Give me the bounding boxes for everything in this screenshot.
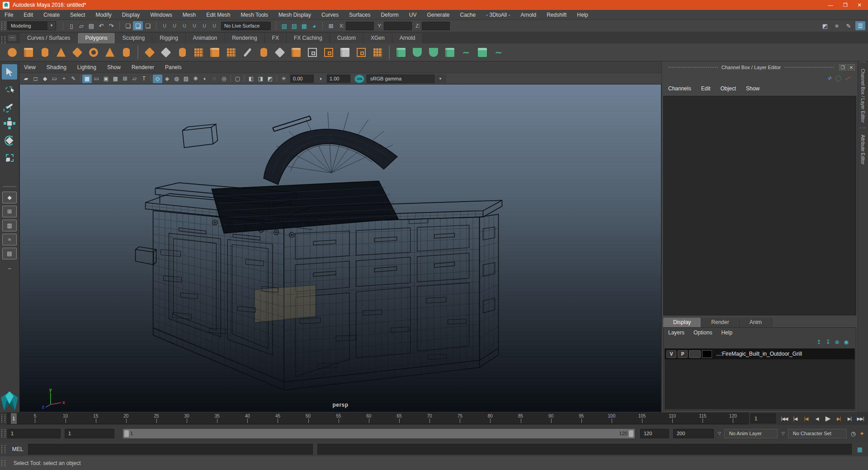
live-surface-field[interactable]: No Live Surface xyxy=(221,22,271,30)
drag-handle-dots[interactable] xyxy=(668,67,718,68)
shelf-tab-rendering[interactable]: Rendering xyxy=(225,33,264,43)
go-to-start-button[interactable]: |◀◀ xyxy=(779,414,789,423)
resolution-gate-icon[interactable]: ▣ xyxy=(101,75,111,83)
target-weld-icon[interactable] xyxy=(371,46,384,59)
shadows-icon[interactable]: ◐ xyxy=(200,75,210,83)
layer-display-type-swatch[interactable] xyxy=(689,350,701,358)
poly-plane-icon[interactable] xyxy=(71,46,84,59)
menu-mesh-display[interactable]: Mesh Display xyxy=(278,12,311,18)
shelf-tab-curves-surfaces[interactable]: Curves / Surfaces xyxy=(20,33,78,43)
camera-bookmark-icon[interactable]: ◆ xyxy=(40,75,50,83)
range-slider-grip[interactable] xyxy=(1,429,5,437)
step-back-frame-button[interactable]: |◀ xyxy=(790,414,800,423)
side-tab-channel-box-layer-editor[interactable]: Channel Box / Layer Editor xyxy=(860,61,865,127)
combine-icon[interactable] xyxy=(143,46,156,59)
hypershade-persp-layout-button[interactable]: ▤ xyxy=(2,248,17,259)
poly-cylinder-icon[interactable] xyxy=(38,46,52,59)
layer-list[interactable]: VP...:FireMagic_Built_in_Outdoor_Grill xyxy=(665,348,855,409)
view-transform-select[interactable]: sRGB gamma xyxy=(367,75,434,83)
panel-menu-show[interactable]: Show xyxy=(107,64,121,70)
move-layer-up-icon[interactable]: ↥ xyxy=(816,339,821,345)
shelf-grip[interactable] xyxy=(1,36,5,43)
status-line-grip[interactable] xyxy=(1,22,5,30)
menu-cache[interactable]: Cache xyxy=(460,12,476,18)
persp-graph-layout-button[interactable]: ≈ xyxy=(2,234,17,245)
grid-icon[interactable]: ▦ xyxy=(82,75,92,83)
command-language-label[interactable]: MEL xyxy=(7,446,28,452)
save-scene-icon[interactable]: ▤ xyxy=(86,21,96,30)
playback-start-field[interactable]: 1 xyxy=(65,429,114,438)
go-to-end-button[interactable]: ▶▶| xyxy=(855,414,865,423)
menu-edit[interactable]: Edit xyxy=(24,12,33,18)
menu-surfaces[interactable]: Surfaces xyxy=(349,12,370,18)
shaded-icon[interactable]: ◈ xyxy=(162,75,172,83)
menu-arnold[interactable]: Arnold xyxy=(521,12,537,18)
manipulator-axis-icon[interactable] xyxy=(825,75,832,81)
time-slider-ruler[interactable]: 5101520253035404550556065707580859095100… xyxy=(7,413,749,424)
channel-menu-channels[interactable]: Channels xyxy=(668,85,691,92)
menu-windows[interactable]: Windows xyxy=(150,12,172,18)
layer-playback-toggle[interactable]: P xyxy=(678,350,688,358)
panel-header[interactable]: Channel Box / Layer Editor ❐ ✕ xyxy=(662,61,858,73)
layer-menu-options[interactable]: Options xyxy=(693,329,712,336)
drag-handle-dots[interactable] xyxy=(784,67,834,68)
play-backwards-button[interactable]: ◀ xyxy=(812,414,822,423)
motion-blur-icon[interactable]: ◎ xyxy=(219,75,229,83)
render-current-frame-icon[interactable]: ▧ xyxy=(279,21,289,30)
layer-row[interactable]: VP...:FireMagic_Built_in_Outdoor_Grill xyxy=(665,348,855,359)
menu-file[interactable]: File xyxy=(5,12,13,18)
move-tool-button[interactable] xyxy=(2,116,17,131)
auto-keyframe-icon[interactable]: ✦ xyxy=(859,430,864,437)
move-layer-down-icon[interactable]: ↧ xyxy=(826,339,830,345)
tool-settings-icon[interactable]: ✎ xyxy=(844,21,854,30)
anim-layer-select[interactable]: No Anim Layer xyxy=(724,429,778,438)
shelf-collapse-button[interactable]: — xyxy=(8,35,16,41)
shelf-tab-custom[interactable]: Custom xyxy=(330,33,363,43)
layer-color-swatch[interactable] xyxy=(702,350,712,358)
select-tool-button[interactable] xyxy=(2,64,17,80)
smooth-icon[interactable] xyxy=(192,46,205,59)
extrude-icon[interactable] xyxy=(257,46,270,59)
range-start-handle[interactable] xyxy=(124,430,129,437)
animation-end-field[interactable]: 200 xyxy=(673,429,714,438)
anim-layer-dropdown-icon[interactable]: ▽ xyxy=(718,431,721,436)
panel-menu-renderer[interactable]: Renderer xyxy=(132,64,154,70)
film-gate-icon[interactable]: ▭ xyxy=(92,75,101,83)
multi-cut-icon[interactable] xyxy=(354,46,368,59)
ipr-render-icon[interactable]: ▨ xyxy=(289,21,299,30)
gate-mask-icon[interactable]: ▩ xyxy=(111,75,120,83)
menu-set-selector[interactable]: Modeling ▼ xyxy=(7,21,56,30)
shelf-tab-rigging[interactable]: Rigging xyxy=(152,33,186,43)
menu--3dtoall-[interactable]: - 3DtoAll - xyxy=(486,12,510,18)
open-scene-icon[interactable]: ▱ xyxy=(76,21,86,30)
image-plane-icon[interactable]: ▭ xyxy=(50,75,59,83)
edge-flow-icon[interactable] xyxy=(306,46,319,59)
z-coordinate-input[interactable] xyxy=(422,22,450,30)
poly-sphere-icon[interactable] xyxy=(5,46,19,59)
shelf-tab-arnold[interactable]: Arnold xyxy=(392,33,423,43)
menu-curves[interactable]: Curves xyxy=(321,12,339,18)
float-panel-icon[interactable]: ❐ xyxy=(839,64,846,70)
attribute-editor-icon[interactable]: ≡ xyxy=(832,21,842,30)
menu-create[interactable]: Create xyxy=(43,12,60,18)
command-input[interactable] xyxy=(28,444,313,455)
panel-menu-lighting[interactable]: Lighting xyxy=(77,64,96,70)
uv-editor-icon[interactable] xyxy=(476,46,489,59)
shelf-tab-xgen[interactable]: XGen xyxy=(363,33,392,43)
select-object-icon[interactable]: ❏ xyxy=(133,21,143,30)
menu-edit-mesh[interactable]: Edit Mesh xyxy=(206,12,230,18)
smooth-mesh-preview-icon[interactable] xyxy=(273,46,287,59)
paint-select-tool-button[interactable] xyxy=(2,99,17,114)
menu-select[interactable]: Select xyxy=(70,12,85,18)
hyperbolic-ramp-icon[interactable] xyxy=(845,76,851,80)
make-live-icon[interactable]: ⊂ xyxy=(210,21,219,31)
exposure-field[interactable]: 0.00 xyxy=(290,75,314,83)
grease-pencil-icon[interactable]: ✎ xyxy=(69,75,78,83)
speed-control-icon[interactable] xyxy=(835,75,841,81)
safe-action-icon[interactable]: ▱ xyxy=(130,75,139,83)
character-set-dropdown-icon[interactable]: ▽ xyxy=(782,431,785,436)
command-result-field[interactable] xyxy=(317,444,852,455)
reduce-icon[interactable] xyxy=(224,46,238,59)
channel-menu-object[interactable]: Object xyxy=(720,85,736,92)
step-forward-key-button[interactable]: ▶| xyxy=(834,414,844,423)
